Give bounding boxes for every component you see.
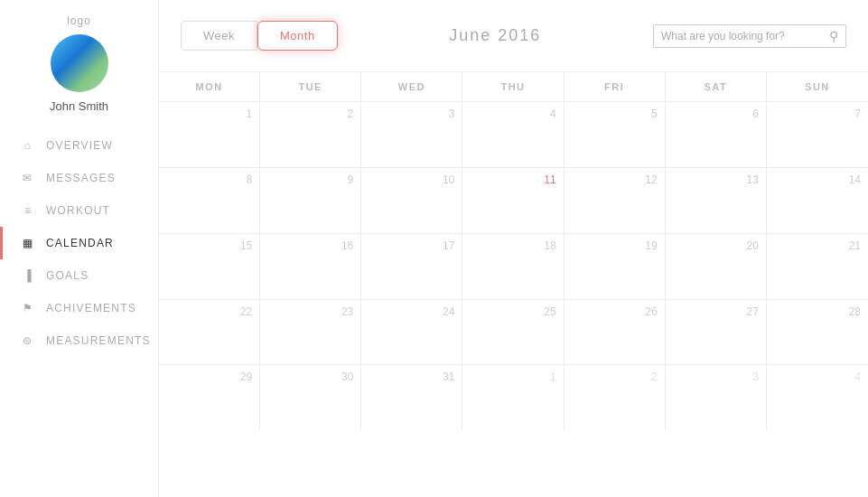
table-row[interactable]: 30 — [260, 365, 361, 431]
search-input[interactable] — [661, 30, 824, 42]
sidebar-item-messages[interactable]: ✉ MESSAGES — [0, 162, 158, 194]
home-icon: ⌂ — [21, 138, 35, 153]
search-box: ⚲ — [653, 24, 846, 48]
table-row[interactable]: 4 — [462, 102, 564, 167]
table-row[interactable]: 2 — [260, 102, 361, 167]
cal-day-number: 16 — [267, 239, 353, 252]
cal-day-number: 6 — [673, 108, 759, 120]
table-row[interactable]: 26 — [565, 300, 666, 365]
table-row[interactable]: 11 — [462, 168, 564, 233]
table-row[interactable]: 27 — [666, 300, 767, 365]
cal-day-number: 28 — [774, 305, 861, 318]
table-row[interactable]: 5 — [565, 102, 666, 167]
table-row[interactable]: 1 — [159, 102, 260, 167]
cal-day-number: 29 — [166, 370, 252, 383]
sidebar-nav: ⌂ OVERVIEW ✉ MESSAGES ≡ WORKOUT ▦ CALEND… — [0, 129, 158, 357]
sidebar-item-workout[interactable]: ≡ WORKOUT — [0, 194, 158, 227]
cal-day-number: 2 — [267, 108, 353, 120]
table-row[interactable]: 17 — [361, 234, 462, 299]
cal-day-number: 22 — [166, 305, 252, 318]
sidebar: logo John Smith ⌂ OVERVIEW ✉ MESSAGES ≡ … — [0, 0, 159, 497]
table-row[interactable]: 20 — [666, 234, 767, 299]
table-row[interactable]: 21 — [767, 234, 868, 299]
cal-day-number: 21 — [774, 239, 861, 252]
cal-day-number: 31 — [369, 370, 454, 383]
cal-day-number: 3 — [673, 370, 759, 383]
sidebar-item-label: OVERVIEW — [46, 139, 113, 152]
header: Week Month June 2016 ⚲ — [159, 0, 868, 72]
view-toggle: Week Month — [181, 21, 338, 51]
envelope-icon: ✉ — [21, 171, 35, 185]
table-row[interactable]: 16 — [260, 234, 361, 299]
cal-day-number: 8 — [166, 173, 252, 186]
cal-header-tue: TUE — [260, 72, 361, 101]
cal-header-sun: SUN — [767, 72, 868, 101]
table-row[interactable]: 13 — [666, 168, 767, 233]
table-row[interactable]: 15 — [159, 234, 260, 299]
table-row[interactable]: 3 — [666, 365, 767, 431]
table-row[interactable]: 10 — [361, 168, 462, 233]
cal-day-number: 30 — [267, 370, 353, 383]
avatar — [51, 34, 108, 92]
calendar-header: MONTUEWEDTHUFRISATSUN — [159, 72, 868, 102]
cal-week-3: 15161718192021 — [159, 234, 868, 300]
sidebar-item-label: CALENDAR — [46, 237, 114, 249]
cal-week-4: 22232425262728 — [159, 300, 868, 366]
table-row[interactable]: 2 — [565, 365, 666, 431]
cal-day-number: 15 — [166, 239, 252, 252]
sidebar-item-overview[interactable]: ⌂ OVERVIEW — [0, 129, 158, 162]
table-row[interactable]: 8 — [159, 168, 260, 233]
cal-day-number: 27 — [673, 305, 759, 318]
cal-day-number: 24 — [369, 305, 454, 318]
sidebar-item-calendar[interactable]: ▦ CALENDAR — [0, 227, 158, 259]
cal-day-number: 1 — [166, 108, 252, 120]
table-row[interactable]: 14 — [767, 168, 868, 233]
cal-header-fri: FRI — [565, 72, 666, 101]
week-view-button[interactable]: Week — [181, 21, 257, 51]
cal-day-number: 26 — [572, 305, 658, 318]
calendar: MONTUEWEDTHUFRISATSUN 123456789101112131… — [159, 72, 868, 497]
cal-day-number: 19 — [572, 239, 658, 252]
table-row[interactable]: 1 — [462, 365, 564, 431]
cal-header-thu: THU — [462, 72, 564, 101]
cal-week-2: 891011121314 — [159, 168, 868, 234]
sidebar-item-goals[interactable]: ▐ GOALS — [0, 259, 158, 292]
cal-day-number: 3 — [369, 108, 454, 120]
cal-day-number: 14 — [774, 173, 861, 186]
table-row[interactable]: 22 — [159, 300, 260, 365]
cal-day-number: 23 — [267, 305, 353, 318]
table-row[interactable]: 18 — [462, 234, 564, 299]
cal-day-number: 1 — [470, 370, 555, 383]
table-row[interactable]: 19 — [565, 234, 666, 299]
table-row[interactable]: 23 — [260, 300, 361, 365]
table-row[interactable]: 31 — [361, 365, 462, 431]
table-row[interactable]: 4 — [767, 365, 868, 431]
cal-day-number: 9 — [267, 173, 353, 186]
table-row[interactable]: 7 — [767, 102, 868, 167]
cal-week-1: 1234567 — [159, 102, 868, 168]
sidebar-item-label: GOALS — [46, 269, 89, 282]
sidebar-item-achievements[interactable]: ⚑ ACHIVEMENTS — [0, 292, 158, 324]
cal-day-number: 12 — [572, 173, 658, 186]
list-icon: ≡ — [21, 203, 35, 218]
table-row[interactable]: 6 — [666, 102, 767, 167]
cal-day-number: 20 — [673, 239, 759, 252]
table-row[interactable]: 28 — [767, 300, 868, 365]
main-content: Week Month June 2016 ⚲ MONTUEWEDTHUFRISA… — [159, 0, 868, 497]
cal-day-number: 13 — [673, 173, 759, 186]
trophy-icon: ⚑ — [21, 301, 35, 315]
search-icon[interactable]: ⚲ — [829, 29, 838, 43]
table-row[interactable]: 29 — [159, 365, 260, 431]
sidebar-item-measurements[interactable]: ⊜ MEASUREMENTS — [0, 324, 158, 357]
sliders-icon: ⊜ — [21, 333, 35, 348]
month-view-button[interactable]: Month — [257, 21, 338, 51]
cal-day-number: 2 — [572, 370, 658, 383]
cal-header-mon: MON — [159, 72, 260, 101]
table-row[interactable]: 3 — [361, 102, 462, 167]
sidebar-item-label: WORKOUT — [46, 204, 110, 217]
table-row[interactable]: 24 — [361, 300, 462, 365]
table-row[interactable]: 9 — [260, 168, 361, 233]
table-row[interactable]: 12 — [565, 168, 666, 233]
table-row[interactable]: 25 — [462, 300, 564, 365]
calendar-icon: ▦ — [21, 236, 35, 250]
